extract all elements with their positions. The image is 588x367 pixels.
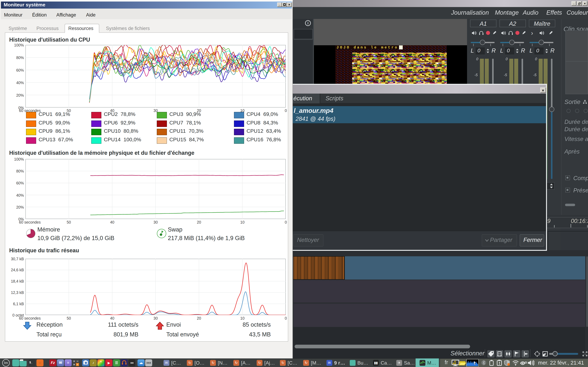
svg-text:JOJO dans le metro: JOJO dans le metro [337,46,398,50]
